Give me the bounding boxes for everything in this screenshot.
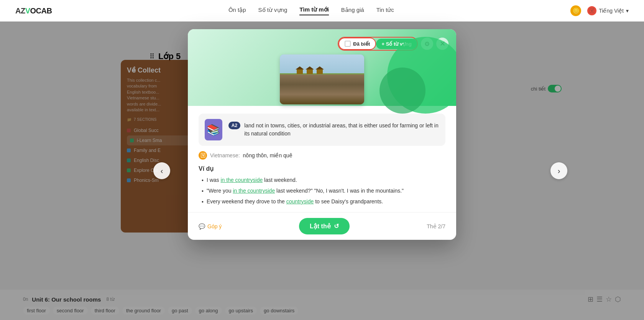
example-text-0: I was in the countryside last weekend. <box>207 176 297 184</box>
vietnamese-label: Vietnamese: <box>210 152 240 158</box>
field-decoration <box>280 74 364 104</box>
word-definition-card: 📚 A2 land not in towns, cities, or indus… <box>199 114 445 146</box>
house-1 <box>297 69 303 74</box>
top-navigation: AZVOCAB Ôn tập Số từ vựng Tìm từ mới Bản… <box>0 0 644 21</box>
example-item-2: • Every weekend they drove to the countr… <box>202 198 445 206</box>
word-definition: land not in towns, cities, or industrial… <box>244 122 439 138</box>
language-selector[interactable]: 🇻 Tiếng Việt ▾ <box>587 6 629 15</box>
bullet-icon-1: • <box>202 187 204 195</box>
example-highlight-1: in the countryside <box>233 188 275 194</box>
prev-card-button[interactable]: ‹ <box>153 162 170 179</box>
example-before-1: "Were you <box>207 188 233 194</box>
chevron-down-icon: ▾ <box>626 8 629 14</box>
feedback-button[interactable]: 💬 Góp ý <box>199 223 222 229</box>
nav-item-tintuc[interactable]: Tin tức <box>376 7 394 15</box>
example-before-0: I was <box>207 177 221 183</box>
example-before-2: Every weekend they drove to the <box>207 198 286 205</box>
coin-display: 🪙 <box>570 5 581 16</box>
countryside-image <box>280 54 364 104</box>
da-biet-checkbox <box>345 41 351 47</box>
example-text-1: "Were you in the countryside last weeken… <box>207 187 404 195</box>
nav-item-banggia[interactable]: Bảng giá <box>341 7 364 15</box>
level-definition-row: A2 land not in towns, cities, or industr… <box>228 122 439 138</box>
modal-footer: 💬 Góp ý Lật thẻ ↺ Thẻ 2/7 <box>188 212 456 240</box>
flag-icon: 🇻 <box>587 6 596 15</box>
da-biet-label: Đã biết <box>353 41 370 47</box>
flip-label: Lật thẻ <box>310 223 331 230</box>
flip-arrow-icon: ↺ <box>334 223 339 230</box>
example-after-1: last weekend?" "No, I wasn't. I was in t… <box>275 188 404 194</box>
example-item-1: • "Were you in the countryside last week… <box>202 187 445 195</box>
example-after-0: last weekend. <box>263 177 297 183</box>
flip-card-button[interactable]: Lật thẻ ↺ <box>299 218 350 234</box>
feedback-icon: 💬 <box>199 223 205 229</box>
next-card-button[interactable]: › <box>550 162 567 179</box>
feedback-label: Góp ý <box>207 223 222 229</box>
nav-item-sotuvung[interactable]: Số từ vựng <box>258 7 288 15</box>
modal-overlay: ‹ Đã biết + Số từ vựng ⚙ <box>0 21 644 320</box>
card-progress: Thẻ 2/7 <box>427 223 445 229</box>
house-2 <box>307 69 313 74</box>
word-info: A2 land not in towns, cities, or industr… <box>228 122 439 138</box>
example-text-2: Every weekend they drove to the countrys… <box>207 198 383 206</box>
nav-item-timtumoi[interactable]: Tìm từ mới <box>299 6 329 15</box>
examples-heading: Ví dụ <box>199 165 445 172</box>
bullet-icon-2: • <box>202 198 204 206</box>
example-highlight-2: countryside <box>286 198 314 205</box>
vietnamese-flag-icon: 🇻 <box>199 151 207 160</box>
example-after-2: to see Daisy's grandparents. <box>314 198 383 205</box>
level-badge: A2 <box>228 122 240 129</box>
coin-icon: 🪙 <box>570 5 581 16</box>
vietnamese-text: nông thôn, miền quê <box>243 152 292 158</box>
word-image <box>280 54 364 104</box>
word-book-icon: 📚 <box>205 119 222 140</box>
examples-list: • I was in the countryside last weekend.… <box>199 176 445 206</box>
lang-label: Tiếng Việt <box>599 8 624 14</box>
farm-decoration <box>297 69 323 74</box>
green-circle-small <box>380 68 426 114</box>
vocabulary-modal: Đã biết + Số từ vựng ⚙ ✕ <box>188 29 456 240</box>
nav-item-ontap[interactable]: Ôn tập <box>228 7 246 15</box>
example-item-0: • I was in the countryside last weekend. <box>202 176 445 185</box>
house-3 <box>317 69 323 74</box>
modal-body: 📚 A2 land not in towns, cities, or indus… <box>188 106 456 212</box>
modal-header: Đã biết + Số từ vựng ⚙ ✕ <box>188 29 456 106</box>
da-biet-button[interactable]: Đã biết <box>338 38 376 50</box>
vietnamese-row: 🇻 Vietnamese: nông thôn, miền quê <box>199 151 445 160</box>
bullet-icon-0: • <box>202 176 204 185</box>
brand-logo[interactable]: AZVOCAB <box>15 7 52 15</box>
example-highlight-0: in the countryside <box>220 177 263 183</box>
nav-right-area: 🪙 🇻 Tiếng Việt ▾ <box>570 5 629 16</box>
nav-menu: Ôn tập Số từ vựng Tìm từ mới Bảng giá Ti… <box>228 6 394 15</box>
